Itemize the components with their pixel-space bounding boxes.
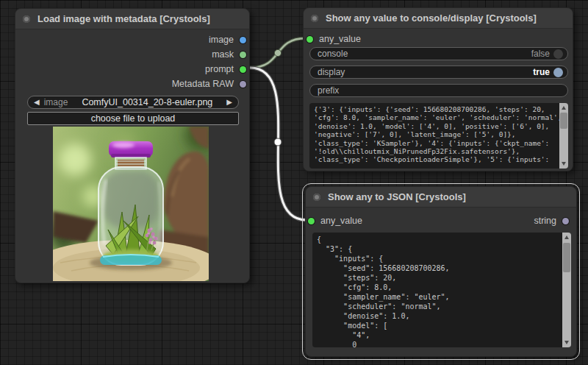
choose-file-button[interactable]: choose file to upload — [27, 112, 239, 125]
prefix-text-widget[interactable]: prefix — [309, 84, 568, 97]
slot-label: string — [534, 216, 556, 226]
widget-value: false — [531, 49, 550, 59]
input-dot-any-value-icon[interactable] — [308, 218, 315, 224]
jar-photo-illustration — [53, 127, 209, 281]
collapse-dot-icon[interactable] — [313, 194, 320, 201]
node-show-any-value[interactable]: Show any value to console/display [Cryst… — [303, 7, 573, 171]
node-load-image-metadata[interactable]: Load image with metadata [Crystools] ima… — [15, 8, 250, 283]
collapse-dot-icon[interactable] — [23, 15, 30, 23]
input-slot-any-value[interactable]: any_value — [304, 32, 573, 46]
output-slot-prompt[interactable]: prompt — [15, 62, 249, 77]
node-title: Load image with metadata [Crystools] — [37, 13, 210, 24]
slot-label: Metadata RAW — [172, 79, 234, 89]
output-slot-metadata-raw[interactable]: Metadata RAW — [15, 77, 249, 91]
output-dot-image-icon[interactable] — [240, 37, 246, 43]
image-file-combo[interactable]: ◀ image ComfyUI_00314_20-8-euler.png ▶ — [27, 96, 239, 109]
node-title: Show any to JSON [Crystools] — [328, 191, 466, 202]
slot-label: any_value — [319, 34, 361, 44]
image-preview — [53, 127, 209, 281]
slot-label: mask — [212, 49, 234, 60]
widget-label: display — [318, 67, 345, 77]
node-header[interactable]: Show any to JSON [Crystools] — [306, 187, 576, 208]
link-dot-prompt-display[interactable] — [274, 49, 281, 56]
widget-label: console — [318, 49, 348, 59]
display-toggle-widget[interactable]: display true — [309, 65, 568, 79]
output-slot-mask[interactable]: mask — [15, 47, 249, 62]
scroll-down-icon[interactable] — [562, 162, 566, 166]
node-header[interactable]: Show any value to console/display [Cryst… — [304, 8, 573, 29]
scroll-up-icon[interactable] — [564, 235, 569, 239]
console-output-text: {'3': {'inputs': {'seed': 15668020870028… — [309, 103, 559, 169]
node-title: Show any value to console/display [Cryst… — [326, 13, 537, 24]
combo-value: ComfyUI_00314_20-8-euler.png — [68, 97, 226, 107]
scrollbar-thumb[interactable] — [563, 243, 570, 272]
scroll-up-icon[interactable] — [562, 106, 566, 110]
console-toggle-widget[interactable]: console false — [309, 47, 568, 60]
scroll-down-icon[interactable] — [564, 341, 569, 344]
console-output-box[interactable]: {'3': {'inputs': {'seed': 15668020870028… — [309, 103, 568, 169]
widget-label: prefix — [318, 85, 339, 96]
slot-label: any_value — [320, 216, 362, 226]
node-canvas[interactable]: Load image with metadata [Crystools] ima… — [0, 0, 588, 365]
toggle-off-icon[interactable] — [553, 49, 563, 59]
collapse-dot-icon[interactable] — [311, 15, 318, 22]
slot-label: image — [209, 35, 234, 45]
link-dot-prompt-json[interactable] — [274, 138, 282, 146]
output-dot-string-icon[interactable] — [562, 218, 569, 224]
toggle-on-icon[interactable] — [553, 68, 563, 77]
scrollbar[interactable] — [559, 103, 568, 169]
output-dot-prompt-icon[interactable] — [240, 66, 246, 73]
widget-value: true — [533, 67, 550, 77]
scrollbar-thumb[interactable] — [560, 113, 567, 129]
slot-label: prompt — [205, 64, 234, 74]
json-output-box[interactable]: { "3": { "inputs": { "seed": 15668020870… — [312, 233, 571, 347]
input-dot-any-value-icon[interactable] — [306, 36, 313, 43]
json-output-text: { "3": { "inputs": { "seed": 15668020870… — [312, 233, 562, 347]
output-slot-image[interactable]: image — [15, 32, 249, 47]
combo-label: image — [44, 97, 68, 107]
combo-next-icon[interactable]: ▶ — [226, 99, 232, 106]
io-slot-row: any_value string — [306, 213, 576, 228]
combo-prev-icon[interactable]: ◀ — [34, 99, 40, 106]
scrollbar[interactable] — [562, 233, 571, 347]
node-show-any-to-json[interactable]: Show any to JSON [Crystools] any_value s… — [305, 186, 577, 357]
node-header[interactable]: Load image with metadata [Crystools] — [15, 9, 249, 29]
output-dot-mask-icon[interactable] — [240, 52, 246, 58]
output-dot-metadata-raw-icon[interactable] — [240, 81, 246, 88]
